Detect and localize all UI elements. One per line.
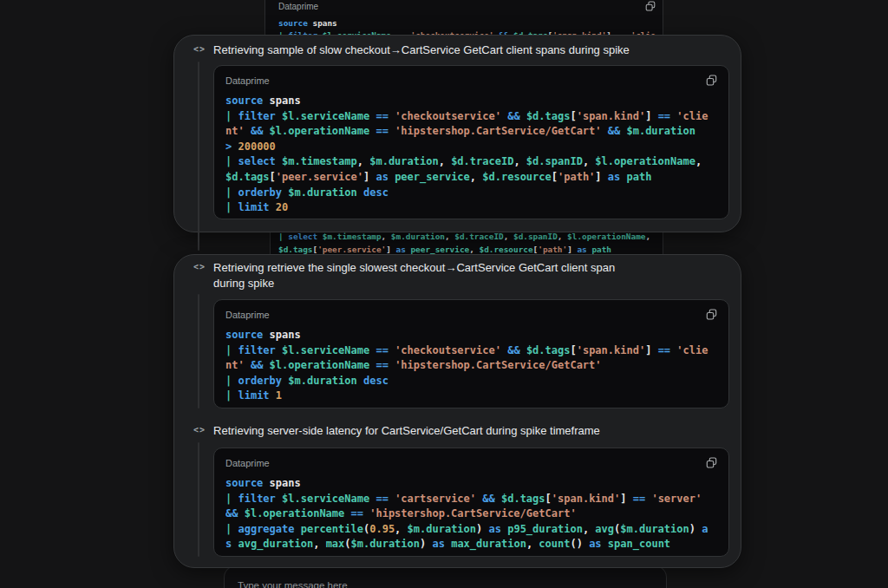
copy-icon [645,1,656,11]
code-language-label: Dataprime [278,2,318,11]
tool-call-title: Retrieving server-side latency for CartS… [213,423,600,439]
copy-icon [706,457,717,468]
code-text: source spans| filter $l.serviceName == '… [225,476,717,552]
code-block: Dataprime source spans| filter $l.servic… [213,65,729,219]
message-input-placeholder: Type your message here [238,580,348,588]
copy-icon [706,75,717,86]
copy-button[interactable] [645,1,656,11]
message-composer[interactable]: Type your message here [224,565,667,588]
code-text: source spans| filter $l.serviceName == '… [225,94,717,216]
code-icon: <> [193,42,206,54]
code-language-label: Dataprime [225,75,270,86]
thread-line [198,294,199,408]
tool-call-card-2: <> Retrieving retrieve the single slowes… [173,254,741,568]
code-icon: <> [193,260,206,271]
code-language-label: Dataprime [225,310,270,320]
code-icon: <> [193,423,206,434]
code-language-label: Dataprime [225,458,270,468]
code-text: | select $m.timestamp, $m.duration, $d.t… [278,231,663,256]
code-text: source spans| filter $l.serviceName == '… [225,328,717,404]
code-block: Dataprime source spans| filter $l.servic… [213,448,729,557]
copy-button[interactable] [706,309,717,320]
copy-icon [706,309,717,320]
tool-call-card-1: <> Retrieving sample of slow checkout→Ca… [173,35,741,232]
copy-button[interactable] [706,75,717,86]
copy-button[interactable] [706,457,717,468]
code-block: Dataprime source spans| filter $l.servic… [213,299,729,408]
tool-call-title: Retrieving sample of slow checkout→CartS… [213,42,630,58]
thread-line [198,62,199,251]
thread-line [198,442,199,557]
tool-call-title: Retrieving retrieve the single slowest c… [213,260,624,291]
